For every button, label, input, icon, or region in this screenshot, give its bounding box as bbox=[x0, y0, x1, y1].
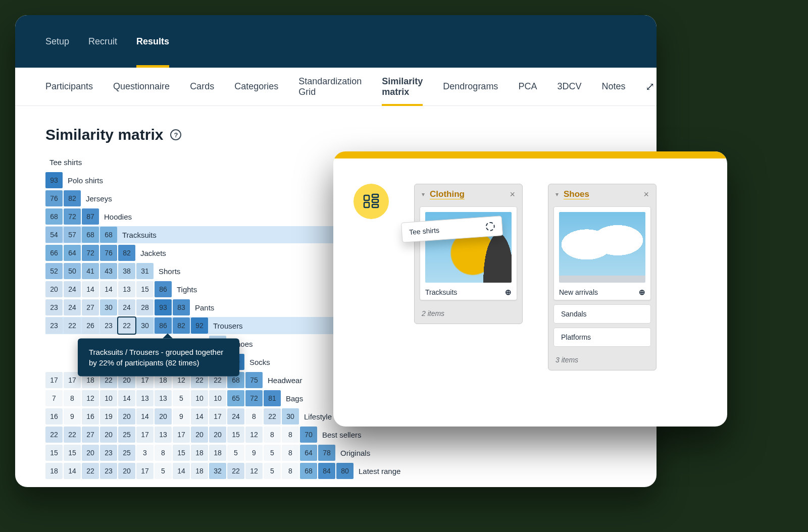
matrix-cell[interactable]: 20 bbox=[209, 427, 226, 443]
matrix-cell[interactable]: 5 bbox=[264, 445, 281, 461]
sort-card[interactable]: ▾Clothing×Tracksuits⊕2 items bbox=[414, 184, 523, 324]
matrix-cell[interactable]: 3 bbox=[136, 445, 154, 461]
matrix-cell[interactable]: 14 bbox=[64, 463, 81, 479]
matrix-cell[interactable]: 84 bbox=[318, 463, 335, 479]
matrix-cell[interactable]: 17 bbox=[136, 463, 154, 479]
matrix-cell[interactable]: 26 bbox=[82, 317, 99, 334]
matrix-cell[interactable]: 20 bbox=[100, 427, 117, 443]
matrix-cell[interactable]: 18 bbox=[45, 463, 63, 479]
matrix-cell[interactable]: 14 bbox=[100, 281, 117, 297]
matrix-cell[interactable]: 22 bbox=[64, 427, 81, 443]
matrix-cell[interactable]: 76 bbox=[45, 190, 63, 206]
matrix-cell[interactable]: 25 bbox=[118, 445, 135, 461]
matrix-cell[interactable]: 18 bbox=[191, 445, 208, 461]
expand-icon[interactable]: ⤢ bbox=[645, 80, 654, 93]
card-menu-icon[interactable]: ▾ bbox=[556, 191, 559, 198]
zoom-icon[interactable]: ⊕ bbox=[639, 288, 645, 297]
matrix-cell[interactable]: 24 bbox=[118, 299, 135, 315]
matrix-cell[interactable]: 13 bbox=[118, 281, 135, 297]
matrix-cell[interactable]: 17 bbox=[173, 427, 190, 443]
subnav-item-categories[interactable]: Categories bbox=[234, 68, 278, 105]
matrix-cell[interactable]: 24 bbox=[227, 408, 244, 424]
matrix-cell[interactable]: 70 bbox=[300, 427, 317, 443]
matrix-cell[interactable]: 24 bbox=[64, 281, 81, 297]
topnav-tab-results[interactable]: Results bbox=[136, 15, 169, 68]
matrix-cell[interactable]: 57 bbox=[64, 227, 81, 243]
matrix-cell[interactable]: 13 bbox=[155, 390, 172, 406]
matrix-cell[interactable]: 32 bbox=[209, 463, 226, 479]
matrix-cell[interactable]: 8 bbox=[64, 390, 81, 406]
matrix-cell[interactable]: 87 bbox=[82, 208, 99, 225]
matrix-cell[interactable]: 27 bbox=[82, 299, 99, 315]
matrix-cell[interactable]: 15 bbox=[64, 445, 81, 461]
matrix-cell[interactable]: 22 bbox=[82, 463, 99, 479]
matrix-cell[interactable]: 86 bbox=[155, 281, 172, 297]
matrix-cell[interactable]: 8 bbox=[282, 463, 299, 479]
matrix-cell[interactable]: 17 bbox=[209, 408, 226, 424]
card-menu-icon[interactable]: ▾ bbox=[422, 191, 425, 198]
matrix-cell[interactable]: 14 bbox=[173, 463, 190, 479]
matrix-cell[interactable]: 9 bbox=[245, 445, 263, 461]
matrix-cell[interactable]: 78 bbox=[318, 445, 335, 461]
matrix-cell[interactable]: 30 bbox=[282, 408, 299, 424]
matrix-cell[interactable]: 27 bbox=[82, 427, 99, 443]
matrix-cell[interactable]: 9 bbox=[64, 408, 81, 424]
matrix-cell[interactable]: 16 bbox=[82, 408, 99, 424]
sort-card-photo[interactable]: New arrivals⊕ bbox=[553, 206, 651, 300]
matrix-cell[interactable]: 54 bbox=[45, 227, 63, 243]
sort-card-title[interactable]: Shoes bbox=[564, 189, 589, 199]
matrix-cell[interactable]: 52 bbox=[45, 263, 63, 279]
topnav-tab-recruit[interactable]: Recruit bbox=[88, 15, 117, 68]
matrix-cell[interactable]: 30 bbox=[136, 317, 154, 334]
subnav-item-cards[interactable]: Cards bbox=[190, 68, 214, 105]
matrix-cell[interactable]: 20 bbox=[155, 408, 172, 424]
matrix-cell[interactable]: 13 bbox=[155, 427, 172, 443]
matrix-cell[interactable]: 72 bbox=[245, 390, 263, 406]
matrix-cell[interactable]: 22 bbox=[45, 427, 63, 443]
matrix-cell[interactable]: 38 bbox=[118, 263, 135, 279]
matrix-cell[interactable]: 5 bbox=[227, 445, 244, 461]
sort-card-title[interactable]: Clothing bbox=[430, 189, 465, 199]
matrix-cell[interactable]: 83 bbox=[173, 299, 190, 315]
matrix-cell[interactable]: 8 bbox=[264, 427, 281, 443]
matrix-cell[interactable]: 15 bbox=[227, 427, 244, 443]
matrix-cell[interactable]: 31 bbox=[136, 263, 154, 279]
matrix-cell[interactable]: 68 bbox=[82, 227, 99, 243]
matrix-cell[interactable]: 14 bbox=[118, 390, 135, 406]
matrix-cell[interactable]: 17 bbox=[45, 372, 63, 388]
matrix-cell[interactable]: 5 bbox=[155, 463, 172, 479]
matrix-cell[interactable]: 10 bbox=[100, 390, 117, 406]
matrix-cell[interactable]: 68 bbox=[45, 208, 63, 225]
matrix-cell[interactable]: 64 bbox=[64, 245, 81, 261]
matrix-cell[interactable]: 82 bbox=[118, 245, 135, 261]
matrix-cell[interactable]: 22 bbox=[118, 317, 135, 334]
matrix-cell[interactable]: 16 bbox=[45, 408, 63, 424]
matrix-cell[interactable]: 82 bbox=[64, 190, 81, 206]
matrix-cell[interactable]: 23 bbox=[45, 317, 63, 334]
matrix-cell[interactable]: 25 bbox=[118, 427, 135, 443]
topnav-tab-setup[interactable]: Setup bbox=[45, 15, 69, 68]
matrix-cell[interactable]: 72 bbox=[82, 245, 99, 261]
matrix-cell[interactable]: 72 bbox=[64, 208, 81, 225]
subnav-item-questionnaire[interactable]: Questionnaire bbox=[113, 68, 170, 105]
matrix-cell[interactable]: 22 bbox=[64, 317, 81, 334]
matrix-cell[interactable] bbox=[45, 354, 63, 370]
matrix-cell[interactable]: 5 bbox=[264, 463, 281, 479]
matrix-cell[interactable]: 12 bbox=[245, 427, 263, 443]
subnav-item-similarity-matrix[interactable]: Similarity matrix bbox=[382, 68, 423, 105]
matrix-cell[interactable]: 8 bbox=[245, 408, 263, 424]
matrix-cell[interactable]: 93 bbox=[45, 172, 63, 188]
matrix-cell[interactable]: 92 bbox=[191, 317, 208, 334]
matrix-cell[interactable]: 15 bbox=[173, 445, 190, 461]
matrix-cell[interactable]: 23 bbox=[100, 463, 117, 479]
matrix-cell[interactable]: 64 bbox=[300, 445, 317, 461]
matrix-cell[interactable]: 14 bbox=[136, 408, 154, 424]
matrix-cell[interactable]: 12 bbox=[245, 463, 263, 479]
matrix-cell[interactable]: 23 bbox=[45, 299, 63, 315]
subnav-item-3dcv[interactable]: 3DCV bbox=[557, 68, 581, 105]
matrix-cell[interactable]: 68 bbox=[300, 463, 317, 479]
matrix-cell[interactable]: 18 bbox=[191, 463, 208, 479]
close-icon[interactable]: × bbox=[510, 190, 515, 199]
matrix-cell[interactable]: 19 bbox=[100, 408, 117, 424]
matrix-cell[interactable]: 9 bbox=[173, 408, 190, 424]
